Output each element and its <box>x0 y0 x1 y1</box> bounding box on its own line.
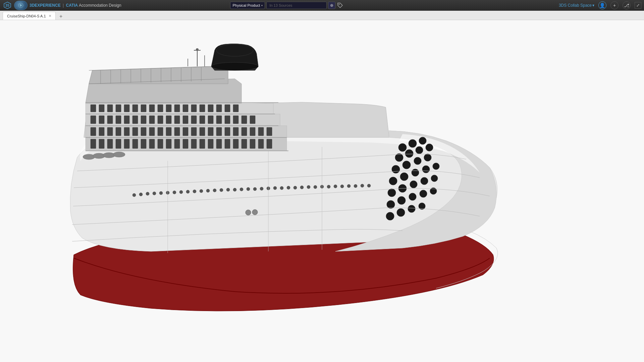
svg-point-156 <box>354 184 357 188</box>
svg-rect-53 <box>91 116 96 124</box>
tab-add-icon: + <box>59 13 62 19</box>
tag-button[interactable] <box>337 2 343 9</box>
svg-point-130 <box>179 190 183 194</box>
svg-rect-84 <box>183 105 188 112</box>
play-button[interactable] <box>14 1 28 10</box>
ds-logo-icon: 3S <box>3 1 12 10</box>
svg-rect-77 <box>124 105 129 112</box>
svg-point-171 <box>246 210 251 215</box>
svg-rect-9 <box>91 139 96 148</box>
svg-rect-19 <box>174 139 180 148</box>
plus-icon: + <box>613 3 616 8</box>
svg-point-103 <box>424 154 431 161</box>
search-area: Physical Product ▾ In 13 Sources ⊕ <box>230 2 343 9</box>
svg-point-108 <box>433 163 439 170</box>
maximize-icon: ⤢ <box>636 3 640 8</box>
logo-area: 3S 3DEXPERIENCE | CATIA Accommodation De… <box>3 1 121 10</box>
svg-rect-32 <box>99 127 104 136</box>
svg-rect-38 <box>149 127 155 136</box>
svg-rect-47 <box>225 127 230 136</box>
svg-point-153 <box>334 185 337 188</box>
svg-rect-49 <box>241 127 247 136</box>
svg-point-105 <box>400 173 408 181</box>
svg-rect-17 <box>158 139 163 148</box>
svg-rect-42 <box>183 127 188 136</box>
search-type-dropdown[interactable]: Physical Product ▾ <box>230 2 265 9</box>
user-icon: 👤 <box>599 3 605 8</box>
svg-point-139 <box>240 188 243 191</box>
share-button[interactable]: ⎇ <box>623 1 631 9</box>
svg-rect-74 <box>99 105 104 112</box>
svg-point-120 <box>397 208 405 217</box>
svg-point-158 <box>367 184 371 187</box>
tab-cruiseship[interactable]: CruiseShip-DN04-S A.1 ✕ <box>3 12 56 20</box>
svg-rect-35 <box>124 127 129 136</box>
svg-point-146 <box>287 186 290 189</box>
main-viewport <box>0 20 644 362</box>
tab-close-icon[interactable]: ✕ <box>49 14 51 18</box>
svg-point-123 <box>132 193 136 197</box>
svg-rect-23 <box>208 139 213 148</box>
svg-point-119 <box>386 212 394 220</box>
svg-rect-66 <box>200 116 205 124</box>
svg-point-137 <box>226 188 230 191</box>
svg-rect-72 <box>250 116 255 124</box>
svg-rect-25 <box>225 139 230 148</box>
svg-rect-22 <box>200 139 205 148</box>
svg-rect-80 <box>149 105 155 112</box>
tab-label: CruiseShip-DN04-S A.1 <box>7 14 46 18</box>
svg-rect-44 <box>200 127 205 136</box>
svg-rect-86 <box>200 105 205 112</box>
svg-rect-40 <box>166 127 171 136</box>
svg-point-111 <box>410 181 417 188</box>
svg-rect-13 <box>124 139 129 148</box>
search-input[interactable]: In 13 Sources <box>266 2 327 9</box>
svg-point-140 <box>247 187 250 191</box>
svg-point-99 <box>426 144 433 151</box>
deck-balconies <box>86 103 287 151</box>
svg-point-133 <box>200 189 203 193</box>
svg-rect-67 <box>208 116 213 124</box>
dropdown-arrow-icon: ▾ <box>261 4 263 7</box>
svg-rect-48 <box>233 127 238 136</box>
svg-rect-71 <box>241 116 247 124</box>
svg-point-106 <box>412 169 419 176</box>
svg-point-124 <box>139 193 143 196</box>
svg-rect-57 <box>124 116 129 124</box>
svg-rect-36 <box>132 127 138 136</box>
svg-point-127 <box>159 191 163 195</box>
search-placeholder: In 13 Sources <box>269 3 292 7</box>
svg-rect-15 <box>141 139 146 148</box>
svg-rect-43 <box>191 127 197 136</box>
svg-rect-12 <box>116 139 121 148</box>
svg-rect-10 <box>99 139 104 148</box>
svg-marker-3 <box>20 4 22 7</box>
search-icon: ⊕ <box>330 3 333 8</box>
svg-rect-69 <box>225 116 230 124</box>
3d-viewport[interactable] <box>0 20 644 362</box>
svg-point-147 <box>293 186 297 189</box>
svg-rect-46 <box>216 127 222 136</box>
header-right: 3DS Collab Space ▾ 👤 + ⎇ ⤢ <box>559 1 641 9</box>
add-button[interactable]: + <box>610 1 619 9</box>
svg-point-134 <box>206 189 210 192</box>
svg-point-121 <box>408 205 415 213</box>
tab-add-button[interactable]: + <box>57 13 65 20</box>
svg-rect-18 <box>166 139 171 148</box>
maximize-button[interactable]: ⤢ <box>635 2 641 9</box>
svg-point-150 <box>314 185 317 189</box>
svg-rect-65 <box>191 116 197 124</box>
search-button[interactable]: ⊕ <box>328 2 335 9</box>
collab-space-button[interactable]: 3DS Collab Space ▾ <box>559 3 594 8</box>
svg-rect-20 <box>183 139 188 148</box>
share-icon: ⎇ <box>624 3 629 8</box>
svg-rect-85 <box>191 105 197 112</box>
svg-rect-79 <box>141 105 146 112</box>
svg-rect-31 <box>91 127 96 136</box>
svg-rect-64 <box>183 116 188 124</box>
svg-rect-45 <box>208 127 213 136</box>
svg-point-172 <box>252 209 258 215</box>
svg-point-100 <box>392 165 400 173</box>
svg-rect-16 <box>149 139 155 148</box>
user-icon-button[interactable]: 👤 <box>598 1 606 9</box>
